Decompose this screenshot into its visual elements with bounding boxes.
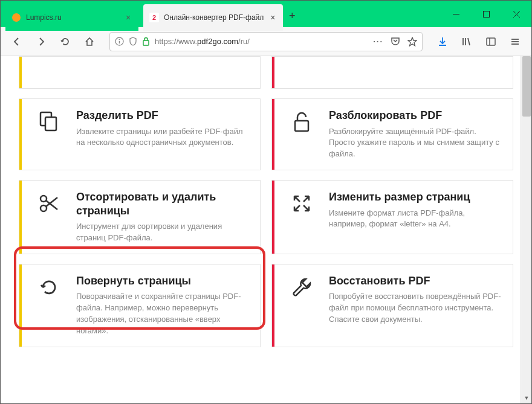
card-rotate-pages[interactable]: Повернуть страницы Поворачивайте и сохра…	[19, 264, 261, 347]
card-description: Извлеките страницы или разбейте PDF-файл…	[76, 126, 249, 149]
back-button[interactable]	[7, 31, 27, 52]
card-description: Попробуйте восстановить повреждённый PDF…	[329, 291, 502, 325]
more-icon[interactable]: ···	[373, 37, 383, 46]
scroll-down-icon[interactable]: ▼	[521, 393, 531, 403]
tab-title: Онлайн-конвертер PDF-файл	[164, 13, 264, 22]
card-split-pdf[interactable]: Разделить PDF Извлеките страницы или раз…	[19, 98, 261, 170]
reload-button[interactable]	[55, 31, 76, 52]
pocket-icon[interactable]	[391, 37, 400, 46]
tab-lumpics[interactable]: Lumpics.ru ×	[5, 4, 138, 31]
forward-button[interactable]	[31, 31, 51, 52]
card-repair-pdf[interactable]: Восстановить PDF Попробуйте восстановить…	[271, 264, 513, 347]
svg-rect-20	[45, 117, 56, 130]
shield-icon[interactable]	[129, 37, 137, 46]
card-partial-right[interactable]	[271, 56, 513, 89]
url-text: https://www.pdf2go.com/ru/	[155, 37, 368, 46]
library-button[interactable]	[456, 31, 477, 52]
close-icon[interactable]: ×	[268, 13, 277, 22]
svg-rect-10	[143, 40, 149, 45]
svg-point-8	[119, 39, 120, 40]
card-title: Изменить размер страниц	[329, 190, 502, 204]
svg-rect-4	[483, 11, 489, 17]
unlock-icon	[274, 99, 329, 170]
star-icon[interactable]	[407, 37, 417, 46]
scrollbar[interactable]: ▲ ▼	[521, 56, 531, 403]
close-window-button[interactable]	[501, 1, 531, 27]
card-title: Восстановить PDF	[329, 274, 502, 288]
rotate-icon	[22, 265, 76, 347]
svg-point-22	[41, 196, 47, 202]
card-title: Повернуть страницы	[76, 274, 249, 288]
card-title: Разделить PDF	[76, 109, 249, 123]
scissors-icon	[22, 181, 76, 254]
svg-text:2: 2	[152, 14, 156, 21]
expand-icon	[274, 181, 329, 254]
wrench-icon	[274, 265, 329, 347]
scrollbar-thumb[interactable]	[522, 56, 531, 117]
tab-favicon: 2	[149, 13, 159, 22]
sidebar-button[interactable]	[481, 31, 501, 52]
card-description: Измените формат листа PDF-файла, наприме…	[329, 208, 502, 231]
download-button[interactable]	[432, 31, 453, 52]
card-unlock-pdf[interactable]: Разблокировать PDF Разблокируйте защищён…	[271, 98, 513, 170]
copy-pages-icon	[22, 99, 76, 170]
card-resize-pages[interactable]: Изменить размер страниц Измените формат …	[271, 180, 513, 254]
minimize-button[interactable]	[441, 1, 471, 27]
info-icon[interactable]	[115, 37, 124, 46]
browser-toolbar: https://www.pdf2go.com/ru/ ···	[1, 27, 531, 56]
tab-title: Lumpics.ru	[26, 13, 119, 22]
svg-rect-14	[487, 38, 495, 45]
card-partial-left[interactable]	[19, 56, 261, 89]
svg-rect-21	[295, 121, 308, 131]
window-titlebar: Lumpics.ru × 2 Онлайн-конвертер PDF-файл…	[1, 1, 531, 27]
card-title: Отсортировать и удалить страницы	[76, 190, 249, 217]
svg-point-23	[41, 205, 47, 211]
address-bar[interactable]: https://www.pdf2go.com/ru/ ···	[109, 32, 423, 51]
svg-line-13	[468, 38, 470, 45]
maximize-button[interactable]	[471, 1, 501, 27]
card-title: Разблокировать PDF	[329, 109, 502, 123]
card-sort-delete-pages[interactable]: Отсортировать и удалить страницы Инструм…	[19, 180, 261, 254]
card-description: Инструмент для сортировки и удаления стр…	[76, 221, 249, 244]
home-button[interactable]	[79, 31, 100, 52]
new-tab-button[interactable]: +	[283, 4, 301, 27]
tab-pdf2go[interactable]: 2 Онлайн-конвертер PDF-файл ×	[143, 4, 283, 31]
menu-button[interactable]	[505, 31, 525, 52]
card-description: Поворачивайте и сохраняйте страницы PDF-…	[76, 291, 249, 336]
lock-icon[interactable]	[142, 37, 150, 46]
page-content: ▲ ▼ Разделить PDF	[1, 56, 531, 403]
tab-favicon	[11, 13, 21, 22]
svg-point-0	[12, 13, 21, 22]
card-description: Разблокируйте защищённый PDF-файл. Прост…	[329, 126, 502, 161]
close-icon[interactable]: ×	[124, 13, 132, 22]
